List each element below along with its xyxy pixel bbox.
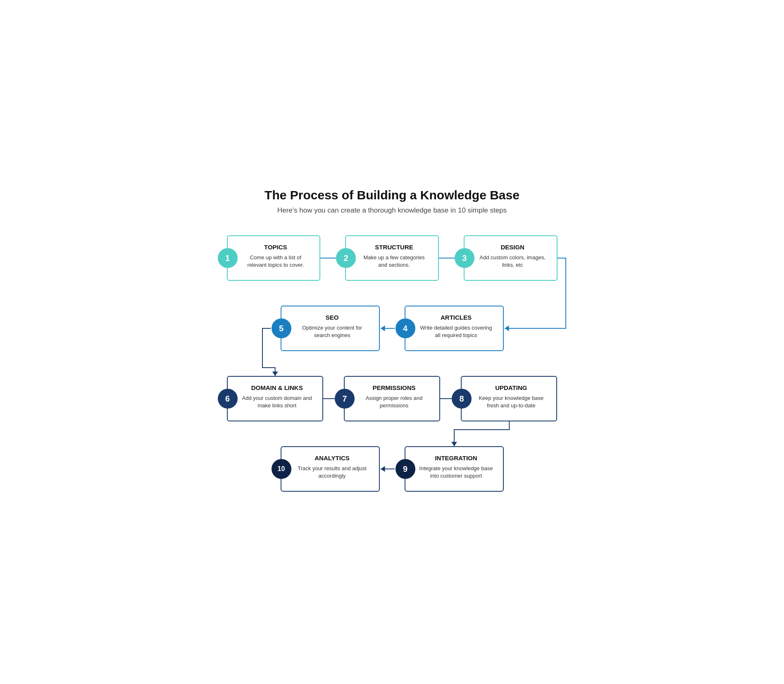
page-subtitle: Here's how you can create a thorough kno… [227, 206, 558, 215]
step-6-box: 6 DOMAIN & LINKS Add your custom domain … [227, 376, 323, 421]
page-title: The Process of Building a Knowledge Base [227, 188, 558, 202]
step-6-circle: 6 [218, 389, 238, 409]
step-6-title: DOMAIN & LINKS [240, 384, 314, 391]
step-7-circle: 7 [335, 389, 355, 409]
step-4-title: ARTICLES [418, 314, 495, 321]
row-2: 5 SEO Optimize your content for search e… [227, 281, 558, 351]
step-2-box: 2 STRUCTURE Make up a few categories and… [345, 235, 439, 281]
step-9-circle: 9 [396, 459, 415, 479]
step-10-title: ANALYTICS [294, 454, 371, 462]
step-3-circle: 3 [455, 248, 474, 268]
step-7-box: 7 PERMISSIONS Assign proper roles and pe… [344, 376, 440, 421]
step-9-title: INTEGRATION [418, 454, 495, 462]
step-8-circle: 8 [452, 389, 472, 409]
step-2-title: STRUCTURE [358, 244, 430, 251]
step-1-circle: 1 [218, 248, 238, 268]
step-1-box: 1 TOPICS Come up with a list of relevant… [227, 235, 321, 281]
step-10-desc: Track your results and adjust accordingl… [294, 465, 371, 480]
step-10-circle: 10 [272, 459, 291, 479]
step-9-desc: Integrate your knowledge base into custo… [418, 465, 495, 480]
step-3-box: 3 DESIGN Add custom colors, images, link… [464, 235, 558, 281]
step-5-desc: Optimize your content for search engines [294, 324, 371, 339]
step-4-desc: Write detailed guides covering all requi… [418, 324, 495, 339]
step-2-desc: Make up a few categories and sections. [358, 254, 430, 269]
step-3-desc: Add custom colors, images, links, etc [477, 254, 548, 269]
step-7-desc: Assign proper roles and permissions [357, 395, 431, 409]
row-1: 1 TOPICS Come up with a list of relevant… [227, 235, 558, 281]
step-5-box: 5 SEO Optimize your content for search e… [281, 306, 380, 351]
step-5-title: SEO [294, 314, 371, 321]
step-4-circle: 4 [396, 318, 415, 338]
step-8-title: UPDATING [474, 384, 548, 391]
step-5-circle: 5 [272, 318, 291, 338]
step-10-box: 10 ANALYTICS Track your results and adju… [281, 446, 380, 492]
step-8-box: 8 UPDATING Keep your knowledge base fres… [461, 376, 557, 421]
step-6-desc: Add your custom domain and make links sh… [240, 395, 314, 409]
step-9-box: 9 INTEGRATION Integrate your knowledge b… [405, 446, 504, 492]
row-3: 6 DOMAIN & LINKS Add your custom domain … [227, 351, 558, 421]
row-4: 10 ANALYTICS Track your results and adju… [227, 421, 558, 492]
step-8-desc: Keep your knowledge base fresh and up-to… [474, 395, 548, 409]
step-2-circle: 2 [336, 248, 356, 268]
step-1-desc: Come up with a list of relevant topics t… [240, 254, 312, 269]
step-1-title: TOPICS [240, 244, 312, 251]
main-container: The Process of Building a Knowledge Base… [206, 172, 578, 512]
step-7-title: PERMISSIONS [357, 384, 431, 391]
step-3-title: DESIGN [477, 244, 548, 251]
step-4-box: 4 ARTICLES Write detailed guides coverin… [405, 306, 504, 351]
diagram: 1 TOPICS Come up with a list of relevant… [227, 235, 558, 492]
